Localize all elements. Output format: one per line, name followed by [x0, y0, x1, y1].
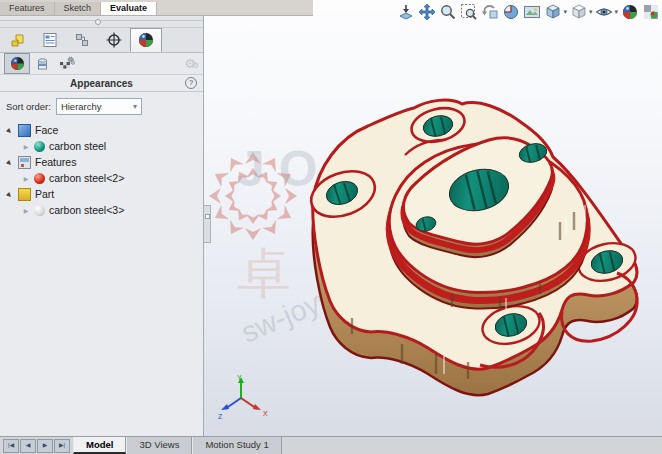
part-icon	[18, 188, 31, 201]
tree-item-features[interactable]: ▶ Features	[6, 154, 203, 170]
expand-arrow-icon[interactable]: ▶	[5, 125, 16, 136]
collapse-arrow-icon[interactable]: ▶	[22, 207, 30, 214]
tree-item-carbon-steel-3[interactable]: ▶ carbon steel<3>	[6, 202, 203, 218]
panel-splitter-handle[interactable]	[203, 205, 211, 243]
hole-left	[323, 178, 360, 209]
commandmanager-collapsed-strip[interactable]	[0, 15, 203, 28]
display-style-icon	[570, 3, 588, 21]
sort-order-value: Hierarchy	[61, 101, 102, 112]
tab-features[interactable]: Features	[0, 2, 55, 15]
display-style-button[interactable]: ▾	[570, 3, 593, 21]
face-icon	[18, 124, 31, 137]
document-tab-bar: |◀ ◀ ▶ ▶| Model 3D Views Motion Study 1	[0, 436, 662, 454]
watermark-starburst-logo	[205, 148, 301, 244]
hide-show-items-button[interactable]: ▾	[595, 3, 618, 21]
help-icon[interactable]: ?	[185, 77, 197, 89]
manager-panel: ⚙⚙ Appearances ? Sort order: Hierarchy ▾…	[0, 15, 204, 437]
gear-small-icon: ⚙	[192, 61, 199, 70]
tab-model[interactable]: Model	[73, 437, 126, 454]
pan-button[interactable]	[418, 3, 436, 21]
zoom-to-fit-icon	[397, 3, 415, 21]
displaymanager-tab[interactable]	[130, 28, 162, 52]
featuremanager-tab[interactable]	[2, 28, 34, 52]
view-settings-button[interactable]	[642, 3, 660, 21]
tree-item-carbon-steel[interactable]: ▶ carbon steel	[6, 138, 203, 154]
teal-sphere-icon	[34, 141, 45, 152]
tree-item-part[interactable]: ▶ Part	[6, 186, 203, 202]
previous-view-button[interactable]	[481, 3, 499, 21]
appearance-settings-button[interactable]: ⚙⚙	[184, 57, 199, 70]
pan-icon	[418, 3, 436, 21]
hole-flange-small	[415, 215, 438, 233]
view-appearances-button[interactable]	[4, 53, 30, 74]
displaymanager-icon	[137, 31, 155, 49]
edit-appearance-icon	[621, 3, 639, 21]
first-tab-button[interactable]: |◀	[3, 439, 19, 453]
view-scene-lights-cameras-icon	[34, 56, 50, 72]
section-view-button[interactable]	[502, 3, 520, 21]
expand-arrow-icon[interactable]: ▶	[5, 189, 16, 200]
tree-item-label: carbon steel<2>	[49, 172, 124, 184]
apply-scene-button[interactable]	[523, 3, 541, 21]
tree-item-face[interactable]: ▶ Face	[6, 122, 203, 138]
hide-show-items-icon	[595, 3, 613, 21]
appearances-tree: ▶ Face ▶ carbon steel ▶ Features ▶ carbo…	[0, 118, 203, 218]
dimxpertmanager-tab[interactable]	[98, 28, 130, 52]
features-icon	[18, 156, 31, 169]
next-tab-button[interactable]: ▶	[37, 439, 53, 453]
hole-central	[445, 163, 513, 216]
tree-item-label: Features	[35, 156, 76, 168]
graphics-viewport[interactable]: JOYSUN 卓盛 sw-joysun.co	[203, 0, 662, 437]
edit-appearance-button[interactable]	[621, 3, 639, 21]
configurationmanager-icon	[73, 31, 91, 49]
view-scene-lights-cameras-button[interactable]	[30, 54, 54, 73]
last-tab-button[interactable]: ▶|	[54, 439, 70, 453]
sort-order-row: Sort order: Hierarchy ▾	[0, 92, 203, 118]
configurationmanager-tab[interactable]	[66, 28, 98, 52]
dropdown-caret-icon[interactable]: ▾	[563, 8, 567, 16]
zoom-to-area-icon	[460, 3, 478, 21]
panel-header: Appearances ?	[0, 74, 203, 92]
collapse-arrow-icon[interactable]: ▶	[22, 175, 30, 182]
display-toolbar: ⚙⚙	[0, 53, 203, 74]
dimxpertmanager-icon	[105, 31, 123, 49]
dropdown-caret-icon[interactable]: ▾	[614, 8, 618, 16]
collapse-arrow-icon[interactable]: ▶	[22, 143, 30, 150]
view-orientation-button[interactable]: ▾	[544, 3, 567, 21]
propertymanager-tab[interactable]	[34, 28, 66, 52]
grip-handle[interactable]	[95, 19, 101, 25]
tree-item-label: Part	[35, 188, 54, 200]
cad-model	[203, 0, 662, 437]
tab-evaluate[interactable]: Evaluate	[101, 2, 157, 15]
z-axis-label: Z	[218, 413, 223, 420]
tab-motion-study-1[interactable]: Motion Study 1	[192, 437, 281, 454]
previous-view-icon	[481, 3, 499, 21]
prev-tab-button[interactable]: ◀	[20, 439, 36, 453]
hole-flange-tip	[517, 141, 549, 165]
solidworks-window: Features Sketch Evaluate	[0, 0, 662, 454]
dropdown-caret-icon[interactable]: ▾	[589, 8, 593, 16]
hole-bottom	[493, 310, 529, 339]
sort-order-select[interactable]: Hierarchy ▾	[56, 98, 142, 115]
zoom-to-area-button[interactable]	[460, 3, 478, 21]
tab-sketch[interactable]: Sketch	[55, 2, 102, 15]
view-decals-icon	[58, 55, 75, 72]
view-decals-button[interactable]	[54, 54, 78, 73]
tree-item-label: carbon steel	[49, 140, 106, 152]
section-view-icon	[502, 3, 520, 21]
chevron-down-icon: ▾	[133, 102, 137, 111]
tree-item-carbon-steel-2[interactable]: ▶ carbon steel<2>	[6, 170, 203, 186]
watermark-chinese-text: 卓盛	[237, 238, 389, 311]
y-axis-label: Y	[237, 374, 242, 381]
view-appearances-icon	[10, 56, 25, 71]
sort-order-label: Sort order:	[6, 101, 51, 112]
red-sphere-icon	[34, 173, 45, 184]
apply-scene-icon	[523, 3, 541, 21]
tab-3d-views[interactable]: 3D Views	[126, 437, 192, 454]
x-axis-label: X	[263, 410, 268, 417]
zoom-icon	[439, 3, 457, 21]
panel-title: Appearances	[70, 78, 133, 89]
expand-arrow-icon[interactable]: ▶	[5, 157, 16, 168]
zoom-button[interactable]	[439, 3, 457, 21]
zoom-to-fit-button[interactable]	[397, 3, 415, 21]
